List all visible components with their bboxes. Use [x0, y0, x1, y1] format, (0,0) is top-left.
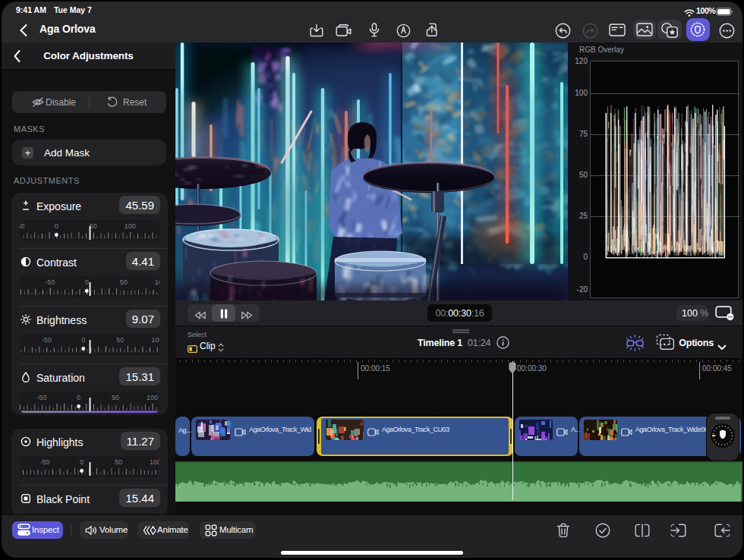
svg-text:-50: -50: [45, 278, 55, 286]
svg-text:0: 0: [55, 222, 58, 230]
svg-text:-50: -50: [37, 394, 47, 401]
svg-text:-50: -50: [40, 458, 50, 466]
svg-text:100: 100: [150, 458, 159, 466]
svg-text:-50: -50: [42, 336, 52, 344]
svg-text:100: 100: [147, 394, 158, 401]
svg-text:0: 0: [80, 458, 84, 466]
svg-text:100: 100: [151, 336, 159, 344]
svg-text:50: 50: [112, 394, 119, 401]
svg-text:0: 0: [81, 336, 85, 344]
svg-text:50: 50: [120, 278, 128, 286]
svg-text:100: 100: [125, 222, 136, 230]
svg-text:-50: -50: [20, 222, 24, 230]
svg-text:50: 50: [115, 458, 122, 466]
svg-text:50: 50: [116, 336, 124, 344]
svg-text:0: 0: [85, 278, 89, 286]
svg-text:100: 100: [155, 278, 159, 286]
svg-text:0: 0: [77, 394, 80, 401]
